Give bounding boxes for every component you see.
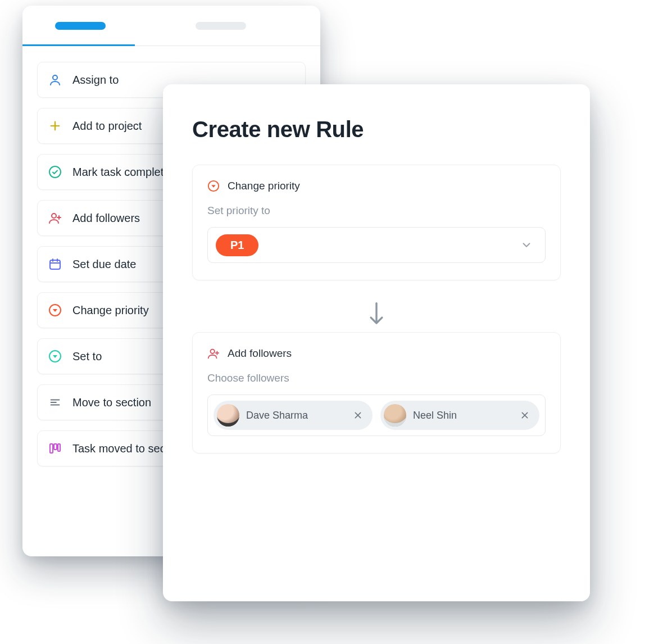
panel-title: Create new Rule — [192, 117, 561, 142]
calendar-icon — [48, 257, 62, 271]
priority-card: Change priority Set priority to P1 — [192, 165, 561, 280]
tab-bar — [22, 6, 320, 46]
tab-inactive[interactable] — [196, 22, 246, 30]
check-circle-icon — [48, 165, 62, 179]
action-label: Change priority — [72, 304, 149, 317]
plus-icon — [48, 119, 62, 133]
svg-point-2 — [52, 214, 56, 218]
follower-chip: Dave Sharma — [214, 401, 373, 430]
user-plus-icon — [207, 347, 220, 360]
follower-name: Dave Sharma — [246, 410, 344, 421]
priority-select[interactable]: P1 — [207, 227, 546, 263]
rule-builder-panel: Create new Rule Change priority Set prio… — [163, 84, 590, 601]
priority-badge: P1 — [216, 234, 258, 256]
followers-input[interactable]: Dave Sharma Neel Shin — [207, 394, 546, 436]
user-icon — [48, 72, 62, 87]
card-header: Add followers — [207, 347, 546, 360]
avatar — [217, 404, 239, 427]
follower-name: Neel Shin — [413, 410, 511, 421]
card-sub-label: Set priority to — [207, 205, 546, 217]
user-plus-icon — [48, 211, 62, 225]
svg-point-0 — [53, 75, 57, 80]
avatar — [384, 404, 406, 427]
flow-arrow-icon — [192, 301, 561, 326]
lines-icon — [48, 395, 62, 410]
card-header-label: Add followers — [228, 347, 292, 360]
card-sub-label: Choose followers — [207, 372, 546, 384]
close-icon[interactable] — [518, 409, 532, 422]
svg-rect-7 — [54, 444, 57, 450]
followers-card: Add followers Choose followers Dave Shar… — [192, 332, 561, 453]
triangle-down-circle-icon — [207, 180, 220, 192]
svg-point-1 — [49, 166, 61, 178]
action-label: Mark task complete — [72, 166, 170, 179]
triangle-down-circle-icon — [48, 303, 62, 318]
board-icon — [48, 441, 62, 456]
svg-rect-3 — [50, 260, 60, 269]
tab-active[interactable] — [55, 22, 106, 30]
tab-underline — [22, 44, 135, 46]
action-label: Assign to — [72, 74, 119, 87]
action-label: Set to — [72, 350, 102, 363]
action-label: Add to project — [72, 120, 142, 133]
card-header-label: Change priority — [228, 180, 300, 192]
svg-rect-6 — [50, 444, 53, 453]
svg-point-10 — [211, 350, 215, 353]
close-icon[interactable] — [351, 409, 365, 422]
action-label: Move to section — [72, 396, 151, 409]
action-label: Set due date — [72, 258, 136, 271]
chevron-down-icon — [520, 239, 533, 251]
card-header: Change priority — [207, 180, 546, 192]
action-label: Add followers — [72, 212, 140, 225]
svg-rect-8 — [58, 444, 60, 451]
follower-chip: Neel Shin — [380, 401, 539, 430]
triangle-down-circle-icon — [48, 349, 62, 364]
